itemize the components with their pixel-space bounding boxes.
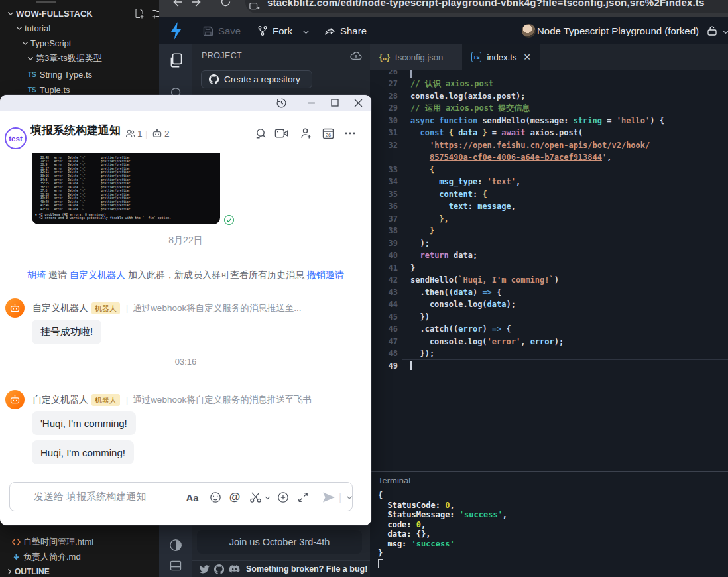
send-icon[interactable] xyxy=(319,483,339,512)
panel-toggle-icon[interactable] xyxy=(169,559,182,572)
save-button[interactable]: Save xyxy=(203,17,241,44)
explorer-item-label: TypeScript xyxy=(30,38,71,48)
group-avatar[interactable]: test xyxy=(5,127,27,149)
format-icon[interactable]: Aa xyxy=(184,483,201,512)
read-receipt-icon[interactable] xyxy=(224,215,234,225)
explorer-item[interactable]: TypeScript xyxy=(20,36,71,50)
privacy-dropdown-icon[interactable] xyxy=(722,29,728,36)
line-number: 32 xyxy=(370,139,398,152)
event-banner[interactable]: Join us October 3rd-4th xyxy=(197,530,362,554)
tab-tsconfig[interactable]: {..} tsconfig.json xyxy=(370,44,462,70)
code-line: 36 text: message, xyxy=(370,200,728,213)
code-line: 38 } xyxy=(370,225,728,237)
terminal-output[interactable]: { StatusCode: 0, StatusMessage: 'success… xyxy=(378,491,507,558)
line-number: 29 xyxy=(370,102,398,115)
line-number: 28 xyxy=(370,90,398,103)
close-tab-icon[interactable]: ✕ xyxy=(523,52,531,62)
share-label: Share xyxy=(340,25,367,36)
calendar-icon[interactable]: 26 xyxy=(322,127,334,139)
chat-header: test 填报系统构建通知 1 | 2 26 xyxy=(0,111,371,153)
files-icon[interactable] xyxy=(168,52,185,69)
explorer-item-label: Tuple.ts xyxy=(40,85,70,95)
minimize-icon[interactable] xyxy=(305,95,317,111)
screenshot-dropdown-icon[interactable] xyxy=(263,483,272,512)
member-count[interactable]: 1 xyxy=(125,129,143,139)
footer-bug-link[interactable]: Something broken? File a bug! xyxy=(246,564,367,574)
bot-avatar[interactable] xyxy=(5,390,25,409)
explorer-item[interactable]: 第3章-ts数据类型 xyxy=(25,51,102,66)
eslint-summary: ✖ 42 problems (42 errors, 0 warnings) 42… xyxy=(35,212,217,220)
cloud-icon[interactable] xyxy=(350,51,362,60)
sender-name[interactable]: 自定义机器人 xyxy=(32,302,88,314)
mention-icon[interactable]: @ xyxy=(226,483,243,512)
terminal-divider[interactable] xyxy=(370,471,728,472)
more-icon[interactable] xyxy=(344,127,356,139)
explorer-item[interactable]: 负责人简介.md xyxy=(11,550,81,564)
screenshot-icon[interactable] xyxy=(247,483,264,512)
fork-dropdown-icon[interactable] xyxy=(302,29,310,36)
invite-link[interactable]: 撤销邀请 xyxy=(307,269,344,280)
member-count-value: 1 xyxy=(137,129,143,139)
bot-avatar[interactable] xyxy=(5,298,25,318)
chat-titlebar[interactable] xyxy=(0,95,371,111)
theme-toggle-icon[interactable] xyxy=(168,538,183,552)
back-icon[interactable] xyxy=(171,0,183,8)
explorer-item-label: 自塾时间管理.html xyxy=(23,536,93,548)
send-options-icon[interactable] xyxy=(343,483,356,512)
bot-count[interactable]: 2 xyxy=(152,129,170,139)
twitter-icon[interactable] xyxy=(200,565,210,574)
code-area[interactable]: 2627// 认识 axios.post28console.log(axios.… xyxy=(370,70,728,471)
new-file-icon[interactable] xyxy=(134,8,145,19)
forward-icon[interactable] xyxy=(191,0,203,8)
tab-index-ts[interactable]: TS index.ts ✕ xyxy=(462,44,540,70)
video-call-icon[interactable] xyxy=(274,127,288,139)
tab-label: tsconfig.json xyxy=(395,52,443,62)
code-line: 47 console.log('error', error); xyxy=(370,336,728,348)
history-icon[interactable] xyxy=(275,95,287,111)
user-avatar[interactable] xyxy=(522,24,536,38)
line-number: 27 xyxy=(370,78,398,90)
site-info-icon[interactable] xyxy=(249,2,260,11)
message-bubble[interactable]: 挂号成功啦! xyxy=(32,320,101,344)
add-member-icon[interactable] xyxy=(300,127,312,139)
invite-link[interactable]: 自定义机器人 xyxy=(70,269,125,280)
code-line: 49 xyxy=(370,360,728,373)
github-icon[interactable] xyxy=(214,564,224,574)
reload-icon[interactable] xyxy=(220,0,231,7)
explorer-item[interactable]: TSString Type.ts xyxy=(28,67,92,82)
chat-message-list[interactable]: 28:48 error Delete `␍` prettier/prettier… xyxy=(0,153,371,525)
chevron-down-icon xyxy=(20,38,30,48)
sender-name[interactable]: 自定义机器人 xyxy=(32,394,88,406)
message-image[interactable]: 28:48 error Delete `␍` prettier/prettier… xyxy=(32,153,220,224)
line-number: 36 xyxy=(370,200,398,213)
project-title[interactable]: Node Typescript Playground (forked) xyxy=(537,17,699,44)
explorer-root[interactable]: WOW-FULLSTACK xyxy=(5,6,93,21)
explorer-item[interactable]: 自塾时间管理.html xyxy=(11,535,93,549)
url-text[interactable]: stackblitz.com/edit/node-typescript-play… xyxy=(267,0,705,8)
share-button[interactable]: Share xyxy=(324,17,367,44)
privacy-lock-icon[interactable] xyxy=(707,25,717,36)
code-line: 37 }, xyxy=(370,213,728,225)
expand-icon[interactable] xyxy=(294,483,312,512)
fork-label: Fork xyxy=(273,25,292,36)
invite-link[interactable]: 胡琦 xyxy=(27,269,46,280)
code-line: 34 msg_type: 'text', xyxy=(370,176,728,188)
emoji-icon[interactable] xyxy=(207,483,224,512)
search-icon[interactable] xyxy=(255,127,267,140)
code-line: 48 }); xyxy=(370,348,728,360)
code-line: 44 console.log(data); xyxy=(370,298,728,311)
code-line: 32 'https://open.feishu.cn/open-apis/bot… xyxy=(370,139,728,152)
maximize-icon[interactable] xyxy=(329,95,341,111)
attach-icon[interactable] xyxy=(274,483,292,512)
stackblitz-logo-icon[interactable] xyxy=(170,22,183,40)
line-number: 45 xyxy=(370,311,398,324)
close-icon[interactable] xyxy=(352,95,364,111)
message-input[interactable]: 发送给 填报系统构建通知 Aa @ | xyxy=(9,482,353,511)
message-bubble[interactable]: Huqi, I'm comming! xyxy=(32,440,134,464)
create-repo-button[interactable]: Create a repository xyxy=(201,70,312,88)
message-bubble[interactable]: 'Huqi, I'm comming! xyxy=(32,411,136,435)
discord-icon[interactable] xyxy=(229,565,240,574)
explorer-item[interactable]: tutorial xyxy=(14,21,50,35)
outline-section[interactable]: OUTLINE xyxy=(4,564,50,577)
fork-button[interactable]: Fork xyxy=(257,17,292,44)
